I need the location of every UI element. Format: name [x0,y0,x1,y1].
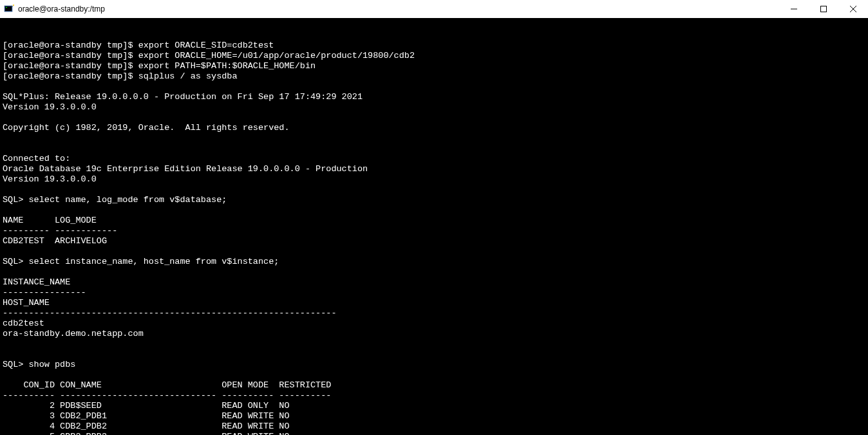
terminal-line: CON_ID CON_NAME OPEN MODE RESTRICTED [3,380,865,391]
terminal-line: Version 19.3.0.0.0 [3,174,865,185]
terminal-line [3,370,865,380]
terminal-line: ora-standby.demo.netapp.com [3,329,865,339]
maximize-button[interactable] [809,0,838,18]
terminal-line [3,133,865,143]
terminal-line: --------- ------------ [3,226,865,236]
terminal-line [3,113,865,123]
terminal-line: CDB2TEST ARCHIVELOG [3,236,865,246]
terminal-line: Connected to: [3,154,865,164]
terminal-line: cdb2test [3,319,865,329]
terminal-area[interactable]: [oracle@ora-standby tmp]$ export ORACLE_… [0,19,868,435]
terminal-line [3,82,865,92]
svg-rect-6 [821,6,827,12]
terminal-line [3,185,865,195]
terminal-output: [oracle@ora-standby tmp]$ export ORACLE_… [3,41,865,435]
terminal-line: SQL> select name, log_mode from v$databa… [3,195,865,205]
putty-icon [4,4,14,14]
terminal-line [3,143,865,154]
terminal-line: Oracle Database 19c Enterprise Edition R… [3,164,865,174]
terminal-line: HOST_NAME [3,298,865,308]
terminal-line: 3 CDB2_PDB1 READ WRITE NO [3,411,865,421]
close-button[interactable] [838,0,868,18]
terminal-line: NAME LOG_MODE [3,216,865,226]
minimize-button[interactable] [779,0,809,18]
terminal-line: Version 19.3.0.0.0 [3,102,865,113]
terminal-line: ---------- -----------------------------… [3,391,865,401]
terminal-line: SQL> select instance_name, host_name fro… [3,257,865,267]
terminal-line [3,246,865,257]
window-title: oracle@ora-standby:/tmp [18,5,105,14]
terminal-line: [oracle@ora-standby tmp]$ export ORACLE_… [3,41,865,51]
svg-point-4 [13,5,14,6]
terminal-line: 5 CDB2_PDB3 READ WRITE NO [3,432,865,435]
terminal-line: ---------------- [3,288,865,298]
terminal-line [3,349,865,360]
terminal-line: [oracle@ora-standby tmp]$ export PATH=$P… [3,61,865,71]
terminal-line [3,267,865,277]
title-left: oracle@ora-standby:/tmp [4,4,105,14]
terminal-line: SQL*Plus: Release 19.0.0.0.0 - Productio… [3,92,865,102]
terminal-line: 2 PDB$SEED READ ONLY NO [3,401,865,411]
svg-rect-2 [6,7,7,8]
terminal-line: 4 CDB2_PDB2 READ WRITE NO [3,421,865,432]
terminal-line: ----------------------------------------… [3,308,865,319]
window-controls [779,0,868,18]
terminal-line [3,339,865,349]
terminal-line: Copyright (c) 1982, 2019, Oracle. All ri… [3,123,865,133]
terminal-line: SQL> show pdbs [3,360,865,370]
terminal-line [3,205,865,216]
title-bar[interactable]: oracle@ora-standby:/tmp [0,0,868,19]
terminal-line: INSTANCE_NAME [3,277,865,288]
terminal-line: [oracle@ora-standby tmp]$ sqlplus / as s… [3,71,865,82]
terminal-line: [oracle@ora-standby tmp]$ export ORACLE_… [3,51,865,61]
